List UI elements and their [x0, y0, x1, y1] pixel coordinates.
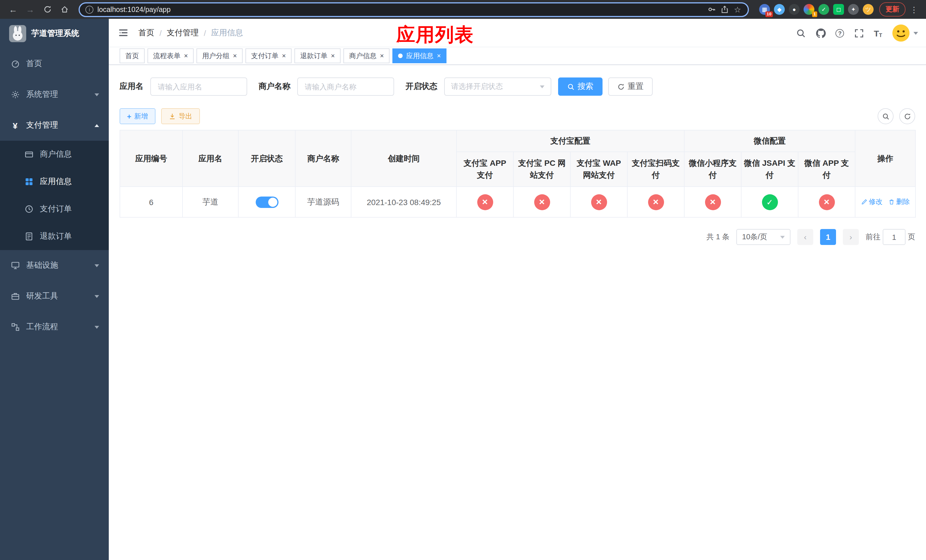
sidebar-item-refund-order[interactable]: 退款订单 [0, 223, 109, 250]
fullscreen-icon[interactable] [854, 28, 864, 38]
extension-icon[interactable]: 1 [803, 4, 814, 15]
edit-button[interactable]: 修改 [861, 197, 882, 207]
extension-icon[interactable]: ◻ [833, 4, 844, 15]
reset-button[interactable]: 重置 [608, 77, 653, 96]
page-title-overlay: 应用列表 [396, 22, 474, 48]
sidebar-item-pay-order[interactable]: 支付订单 [0, 195, 109, 223]
close-icon[interactable]: × [233, 52, 237, 59]
page-number-button[interactable]: 1 [820, 229, 836, 245]
share-icon[interactable] [720, 5, 729, 14]
logo-avatar [9, 25, 26, 42]
clock-icon [24, 204, 33, 214]
add-button[interactable]: + 新增 [120, 108, 155, 124]
wechat-app-status-icon [819, 194, 835, 210]
chevron-down-icon [95, 325, 99, 328]
sidebar-item-home[interactable]: 首页 [0, 48, 109, 79]
tab-user-group[interactable]: 用户分组 × [197, 48, 243, 63]
alipay-wap-status-icon [591, 194, 607, 210]
gear-icon [10, 90, 20, 100]
url-text[interactable]: localhost:1024/pay/app [97, 5, 703, 14]
sidebar-item-system[interactable]: 系统管理 [0, 79, 109, 110]
breadcrumb-payment[interactable]: 支付管理 [167, 28, 199, 38]
status-select[interactable]: 请选择开启状态 [444, 77, 551, 96]
active-tab-dot [398, 53, 402, 58]
sidebar-item-workflow[interactable]: 工作流程 [0, 312, 109, 342]
bookmark-star-icon[interactable]: ☆ [733, 5, 742, 14]
sidebar-item-app-info[interactable]: 应用信息 [0, 168, 109, 195]
site-info-icon[interactable]: i [85, 5, 94, 14]
trash-icon [888, 199, 894, 205]
alipay-pc-status-icon [534, 194, 550, 210]
status-toggle[interactable] [256, 196, 278, 207]
tab-app-info[interactable]: 应用信息 × [392, 48, 446, 63]
alipay-app-status-icon [477, 194, 493, 210]
app-name-input[interactable] [150, 77, 247, 96]
tab-refund-order[interactable]: 退款订单 × [294, 48, 340, 63]
breadcrumb-home[interactable]: 首页 [138, 28, 154, 38]
close-icon[interactable]: × [282, 52, 286, 59]
prev-page-button[interactable]: ‹ [797, 229, 813, 245]
search-button[interactable]: 搜索 [558, 77, 602, 96]
column-header: 支付宝 PC 网站支付 [513, 152, 570, 186]
sidebar-item-merchant-info[interactable]: 商户信息 [0, 141, 109, 168]
tab-merchant-info[interactable]: 商户信息 × [343, 48, 390, 63]
chevron-down-icon [780, 236, 785, 238]
sidebar-item-payment[interactable]: ¥ 支付管理 [0, 110, 109, 141]
goto-page-input[interactable] [883, 229, 905, 245]
refresh-table-button[interactable] [899, 108, 915, 124]
hide-search-button[interactable] [878, 108, 894, 124]
wechat-mini-status-icon [705, 194, 721, 210]
browser-menu-icon[interactable]: ⋮ [908, 5, 920, 14]
search-icon[interactable] [796, 28, 806, 38]
document-icon [24, 232, 33, 241]
pencil-icon [861, 199, 867, 205]
download-icon [168, 112, 176, 120]
column-header: 支付宝 WAP 网站支付 [570, 152, 627, 186]
page-size-select[interactable]: 10条/页 [736, 229, 790, 245]
close-icon[interactable]: × [437, 52, 441, 59]
cell-app-name: 芋道 [183, 186, 238, 217]
hamburger-icon[interactable] [117, 26, 129, 39]
extension-icon[interactable]: ▦10 [759, 4, 770, 15]
extension-icon[interactable]: ✦ [848, 4, 859, 15]
reload-button[interactable] [40, 2, 54, 17]
url-bar[interactable]: i localhost:1024/pay/app ☆ [79, 2, 749, 17]
home-button[interactable] [57, 2, 72, 17]
github-icon[interactable] [816, 28, 826, 38]
extension-icon[interactable]: ◆ [774, 4, 785, 15]
extension-icon[interactable]: ● [789, 4, 800, 15]
user-menu[interactable] [892, 24, 918, 42]
delete-label: 删除 [896, 197, 910, 207]
tab-pay-order[interactable]: 支付订单 × [245, 48, 292, 63]
tab-flow-form[interactable]: 流程表单 × [147, 48, 194, 63]
avatar[interactable] [892, 24, 910, 42]
font-size-icon[interactable]: TT [874, 28, 882, 38]
cell-status [238, 186, 295, 217]
column-header: 开启状态 [238, 130, 295, 186]
chrome-update-button[interactable]: 更新 [879, 2, 905, 17]
sidebar-item-dev-tools[interactable]: 研发工具 [0, 281, 109, 312]
tab-home[interactable]: 首页 [120, 48, 145, 63]
extension-icon[interactable]: ✓ [819, 4, 829, 15]
extension-icon[interactable]: ツ [863, 4, 874, 15]
breadcrumb: 首页 / 支付管理 / 应用信息 [138, 28, 243, 38]
status-select-placeholder: 请选择开启状态 [451, 82, 503, 92]
table-row: 6 芋道 芋道源码 2021-10-23 08:49:25 [120, 186, 915, 217]
close-icon[interactable]: × [380, 52, 384, 59]
tab-label: 流程表单 [153, 51, 180, 61]
merchant-name-input[interactable] [297, 77, 394, 96]
sidebar-item-infrastructure[interactable]: 基础设施 [0, 250, 109, 281]
app-table: 应用编号 应用名 开启状态 商户名称 创建时间 支付宝配置 微信配置 操作 支付… [120, 130, 916, 218]
delete-button[interactable]: 删除 [888, 197, 910, 207]
help-icon[interactable]: ? [836, 29, 844, 37]
yen-icon: ¥ [10, 121, 20, 130]
password-key-icon[interactable] [707, 5, 716, 14]
close-icon[interactable]: × [184, 52, 188, 59]
chevron-down-icon [914, 32, 918, 35]
forward-button[interactable]: → [23, 2, 38, 17]
close-icon[interactable]: × [331, 52, 335, 59]
export-button[interactable]: 导出 [161, 108, 200, 124]
export-button-label: 导出 [179, 111, 192, 121]
back-button[interactable]: ← [6, 2, 21, 17]
next-page-button[interactable]: › [843, 229, 859, 245]
